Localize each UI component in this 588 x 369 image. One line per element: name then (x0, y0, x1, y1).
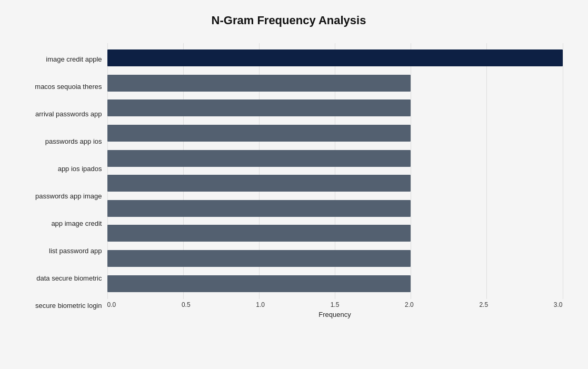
x-tick: 0.0 (107, 301, 116, 308)
bar-row (107, 47, 563, 69)
y-label: passwords app ios (15, 128, 102, 155)
bars-and-x: 0.00.51.01.52.02.53.0 Frequency (107, 43, 563, 322)
chart-area: image credit applemacos sequoia theresar… (15, 43, 563, 322)
bar (107, 275, 411, 292)
y-label: passwords app image (15, 183, 102, 210)
bar (107, 99, 411, 116)
x-axis-label: Frequency (107, 311, 563, 318)
x-axis: 0.00.51.01.52.02.53.0 Frequency (107, 301, 563, 322)
bar (107, 49, 563, 66)
bar-row (107, 222, 563, 244)
x-tick: 2.5 (479, 301, 488, 308)
bar (107, 200, 411, 217)
chart-container: N-Gram Frequency Analysis image credit a… (5, 3, 584, 366)
bar-row (107, 172, 563, 194)
bar (107, 225, 411, 242)
bar (107, 125, 411, 142)
y-label: data secure biometric (15, 265, 102, 292)
y-label: app ios ipados (15, 155, 102, 183)
bar (107, 250, 411, 267)
chart-title: N-Gram Frequency Analysis (15, 14, 563, 27)
bar-row (107, 247, 563, 270)
x-tick: 1.5 (331, 301, 340, 308)
y-label: app image credit (15, 210, 102, 237)
bar-row (107, 97, 563, 119)
y-label: macos sequoia theres (15, 73, 102, 101)
y-label: secure biometric login (15, 292, 102, 320)
y-axis: image credit applemacos sequoia theresar… (15, 43, 107, 322)
bar (107, 175, 411, 192)
bar (107, 150, 411, 167)
bar-row (107, 72, 563, 94)
bar-row (107, 273, 563, 295)
bar-row (107, 122, 563, 144)
bar-row (107, 197, 563, 220)
bar-row (107, 147, 563, 169)
x-tick: 0.5 (182, 301, 191, 308)
bar (107, 75, 411, 92)
x-tick: 3.0 (554, 301, 563, 308)
x-tick: 1.0 (256, 301, 265, 308)
bars-area (107, 43, 563, 299)
y-label: image credit apple (15, 46, 102, 73)
y-label: arrival passwords app (15, 101, 102, 128)
grid-line (563, 43, 563, 299)
y-label: list password app (15, 237, 102, 265)
x-tick: 2.0 (405, 301, 414, 308)
